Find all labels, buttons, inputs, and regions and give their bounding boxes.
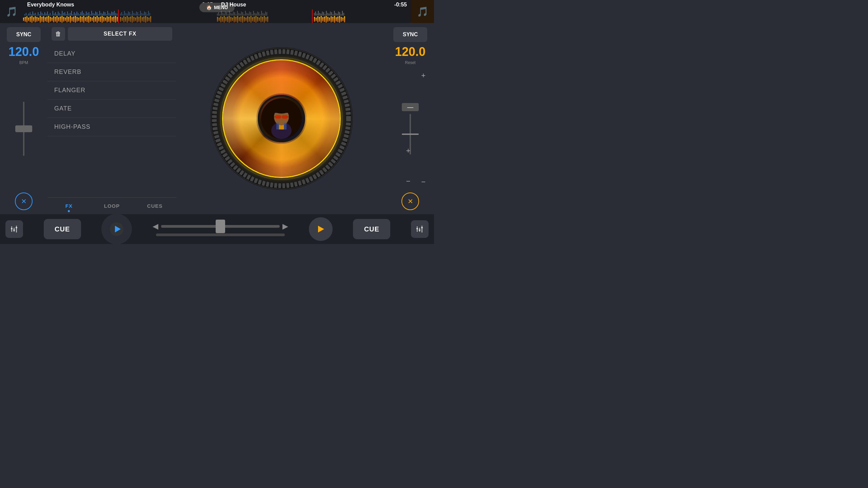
cue-button-left[interactable]: CUE (44, 219, 81, 239)
svg-rect-165 (140, 16, 141, 23)
svg-rect-166 (142, 17, 143, 21)
svg-rect-103 (36, 17, 37, 22)
crossfader-track[interactable] (161, 225, 280, 228)
waveform-container-left[interactable] (23, 9, 217, 16)
home-icon: 🏠 (206, 5, 212, 10)
svg-rect-246 (237, 16, 238, 23)
svg-rect-153 (120, 17, 121, 22)
vinyl-record[interactable] (222, 59, 341, 178)
svg-rect-317 (421, 227, 423, 228)
svg-rect-84 (136, 12, 137, 16)
svg-rect-206 (262, 13, 263, 16)
svg-rect-224 (331, 12, 332, 16)
tab-fx[interactable]: FX (47, 198, 91, 214)
svg-rect-88 (141, 13, 142, 16)
fx-item-flanger[interactable]: FLANGER (47, 81, 176, 100)
crossfader-left-arrow[interactable]: ◀ (153, 222, 158, 231)
svg-rect-14 (42, 13, 42, 16)
play-button-right[interactable] (309, 217, 333, 241)
svg-rect-266 (314, 17, 315, 22)
vinyl-center (258, 95, 305, 142)
svg-rect-242 (230, 17, 231, 22)
fx-item-highpass[interactable]: HIGH-PASS (47, 118, 176, 136)
svg-rect-250 (244, 17, 245, 22)
fx-item-delay[interactable]: DELAY (47, 45, 176, 63)
svg-rect-20 (50, 13, 51, 16)
svg-rect-264 (267, 17, 268, 22)
close-button-left[interactable]: ✕ (15, 192, 33, 210)
svg-rect-114 (55, 17, 56, 22)
crossfader-right-arrow[interactable]: ▶ (282, 222, 288, 231)
bottom-bar: CUE ◀ ▶ CUE (0, 214, 434, 244)
fx-item-reverb[interactable]: REVERB (47, 63, 176, 81)
svg-rect-221 (327, 13, 328, 16)
sync-button-left[interactable]: SYNC (7, 27, 41, 42)
fx-label-gate: GATE (54, 105, 72, 112)
svg-rect-99 (30, 17, 31, 22)
svg-rect-117 (60, 17, 61, 22)
turntable-outer[interactable] (210, 47, 353, 190)
waveform-section-right: DJ House -0:55 (217, 0, 411, 23)
reset-label: Reset (405, 60, 415, 65)
svg-rect-43 (81, 12, 81, 16)
svg-rect-119 (63, 17, 64, 22)
svg-rect-30 (63, 13, 64, 16)
x-icon-left: ✕ (21, 197, 27, 205)
album-art-right[interactable]: 🎵 (411, 0, 434, 23)
svg-rect-125 (73, 17, 74, 22)
play-button-left[interactable] (101, 214, 132, 244)
svg-rect-295 (274, 110, 289, 113)
svg-rect-257 (255, 16, 256, 23)
tab-cues[interactable]: CUES (133, 198, 176, 214)
svg-rect-297 (282, 115, 288, 119)
trash-icon: 🗑 (55, 30, 61, 38)
svg-rect-232 (342, 11, 343, 16)
svg-rect-254 (251, 16, 252, 23)
slider-thumb-left[interactable] (15, 125, 32, 132)
select-fx-button[interactable]: SELECT FX (68, 27, 172, 41)
tempo-slider-left[interactable] (3, 68, 45, 190)
svg-rect-168 (145, 16, 146, 23)
trash-button[interactable]: 🗑 (52, 27, 65, 41)
plus-button-overlay[interactable]: + (421, 71, 426, 80)
crossfader-thumb[interactable] (216, 220, 225, 233)
right-slider-thumb[interactable] (402, 134, 419, 135)
plus-button[interactable]: + (403, 146, 413, 156)
tab-loop[interactable]: LOOP (91, 198, 134, 214)
eq-button-right[interactable] (411, 220, 429, 238)
svg-rect-244 (234, 16, 235, 22)
fx-panel: 🗑 SELECT FX DELAY REVERB FLANGER GATE HI… (47, 23, 176, 214)
svg-rect-22 (53, 11, 53, 16)
svg-rect-237 (222, 17, 223, 22)
sync-button-right[interactable]: SYNC (393, 27, 427, 42)
svg-rect-251 (245, 18, 246, 21)
svg-rect-27 (59, 13, 60, 16)
eq-button-left[interactable] (5, 220, 23, 238)
pitch-minus-button[interactable]: — (402, 103, 419, 111)
svg-rect-49 (88, 12, 89, 16)
minus-button-overlay[interactable]: − (421, 178, 426, 186)
svg-rect-260 (260, 16, 261, 22)
svg-rect-196 (249, 12, 250, 16)
svg-rect-115 (57, 16, 58, 23)
waveform-container-right[interactable] (217, 9, 411, 16)
cue-button-right[interactable]: CUE (353, 219, 390, 239)
turntable-area (176, 23, 387, 214)
crossfader-position-bar (156, 233, 285, 236)
main-content: SYNC 120.0 BPM ✕ 🗑 SELECT FX DELAY REVER… (0, 23, 434, 214)
svg-rect-281 (339, 16, 340, 23)
fx-tabs: FX LOOP CUES (47, 197, 176, 214)
svg-rect-307 (13, 230, 15, 230)
svg-rect-209 (267, 12, 267, 16)
svg-rect-90 (144, 12, 145, 16)
close-button-right[interactable]: ✕ (401, 192, 419, 210)
fx-item-gate[interactable]: GATE (47, 100, 176, 118)
arrow-left-icon: ◀ (153, 222, 158, 230)
svg-rect-240 (227, 17, 228, 22)
right-panel: SYNC 120.0 Reset — + − +− ✕ (387, 23, 434, 214)
minus-button[interactable]: − (403, 176, 413, 186)
album-art-left[interactable]: 🎵 (0, 0, 23, 23)
bpm-display-left: 120.0 (8, 45, 39, 59)
svg-rect-214 (318, 11, 319, 16)
svg-rect-113 (53, 16, 54, 22)
